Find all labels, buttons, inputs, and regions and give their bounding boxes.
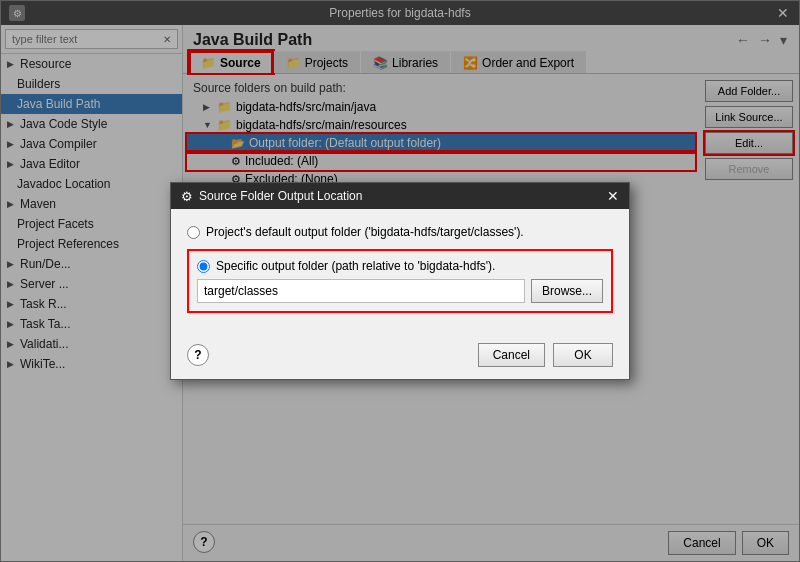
- radio-default-label: Project's default output folder ('bigdat…: [206, 225, 524, 239]
- radio-specific[interactable]: [197, 260, 210, 273]
- dialog-title: Source Folder Output Location: [199, 189, 607, 203]
- specific-section: Specific output folder (path relative to…: [187, 249, 613, 313]
- dialog-ok-button[interactable]: OK: [553, 343, 613, 367]
- dialog-footer-buttons: Cancel OK: [478, 343, 613, 367]
- specific-label-row: Specific output folder (path relative to…: [197, 259, 603, 273]
- radio-default[interactable]: [187, 226, 200, 239]
- dialog-footer: ? Cancel OK: [171, 335, 629, 379]
- dialog-title-icon: ⚙: [181, 189, 193, 204]
- dialog-close-button[interactable]: ✕: [607, 188, 619, 204]
- browse-button[interactable]: Browse...: [531, 279, 603, 303]
- dialog-overlay: ⚙ Source Folder Output Location ✕ Projec…: [0, 0, 800, 562]
- radio-specific-label: Specific output folder (path relative to…: [216, 259, 495, 273]
- dialog-cancel-button[interactable]: Cancel: [478, 343, 545, 367]
- radio-default-row: Project's default output folder ('bigdat…: [187, 225, 613, 239]
- path-row: Browse...: [197, 279, 603, 303]
- dialog-body: Project's default output folder ('bigdat…: [171, 209, 629, 335]
- path-input[interactable]: [197, 279, 525, 303]
- source-folder-dialog: ⚙ Source Folder Output Location ✕ Projec…: [170, 182, 630, 380]
- dialog-title-bar: ⚙ Source Folder Output Location ✕: [171, 183, 629, 209]
- dialog-help-button[interactable]: ?: [187, 344, 209, 366]
